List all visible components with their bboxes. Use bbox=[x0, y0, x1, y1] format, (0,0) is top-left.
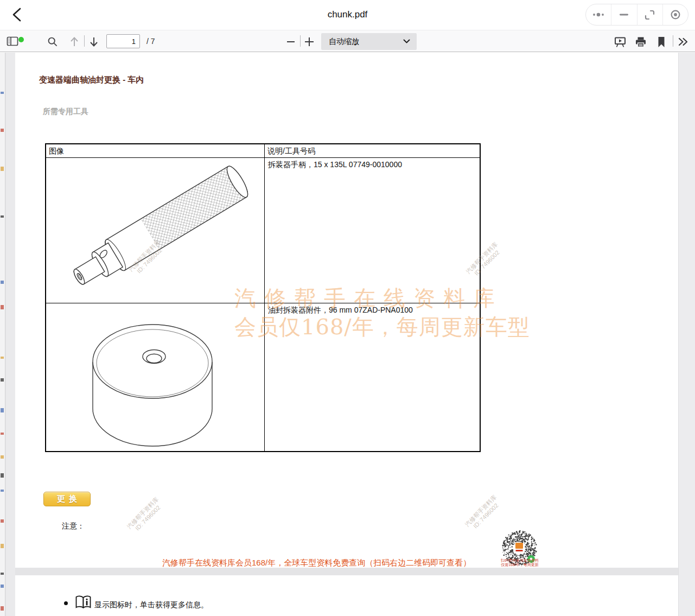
column-header-image: 图像 bbox=[46, 144, 265, 157]
viewer-content: 变速器端曲轴油封更换 - 车内 所需专用工具 图像 说明/工具号码 bbox=[0, 53, 695, 616]
toolbar-divider bbox=[300, 35, 301, 47]
more-icon bbox=[592, 12, 605, 17]
page-gutter bbox=[6, 53, 15, 616]
diagonal-watermark: 汽修帮手资料库ID: 7496002 bbox=[118, 488, 173, 543]
sidebar-toggle-icon bbox=[7, 36, 18, 47]
promo-text: 汽修帮手在线资料库会员168/年，全球车型资料免费查询（扫码右边二维码即可查看） bbox=[162, 558, 471, 568]
table-header-row: 图像 说明/工具号码 bbox=[46, 144, 480, 158]
toolbar-divider bbox=[673, 35, 673, 47]
special-tools-table: 图像 说明/工具号码 bbox=[45, 143, 481, 452]
search-button[interactable] bbox=[46, 35, 60, 48]
page-count-label: / 7 bbox=[146, 37, 155, 46]
vertical-scrollbar[interactable] bbox=[678, 53, 695, 616]
page-number-input[interactable] bbox=[106, 34, 140, 48]
tip-text: 显示图标时，单击获得更多信息。 bbox=[94, 600, 208, 610]
toolbar-divider bbox=[84, 35, 85, 47]
driver-handle-drawing bbox=[49, 160, 260, 300]
book-info-icon bbox=[75, 595, 92, 610]
arrow-down-icon bbox=[88, 36, 99, 48]
note-label: 注意： bbox=[62, 522, 85, 531]
restore-button[interactable] bbox=[637, 4, 662, 25]
search-icon bbox=[47, 36, 58, 47]
more-menu-button[interactable] bbox=[586, 4, 611, 25]
bullet-point bbox=[64, 601, 68, 605]
section-label: 所需专用工具 bbox=[43, 107, 88, 117]
tool-description: 油封拆装器附件，96 mm 07ZAD-PNA0100 bbox=[265, 303, 480, 451]
tool-image-cell bbox=[46, 303, 265, 451]
record-icon bbox=[670, 9, 681, 20]
notification-dot bbox=[18, 37, 24, 42]
bookmark-icon bbox=[657, 36, 666, 48]
pdf-page-1: 变速器端曲轴油封更换 - 车内 所需专用工具 图像 说明/工具号码 bbox=[15, 53, 678, 568]
zoom-level-select[interactable]: 自动缩放 bbox=[321, 33, 417, 50]
qr-caption: 扫码查询全球车型资料 仅需168/年，每周更新 bbox=[496, 558, 544, 567]
more-tools-button[interactable] bbox=[676, 35, 690, 48]
previous-page-button[interactable] bbox=[67, 35, 81, 48]
print-icon bbox=[635, 36, 647, 48]
tool-image-cell bbox=[46, 158, 265, 303]
replace-button[interactable]: 更换 bbox=[43, 492, 91, 506]
table-row: 拆装器手柄，15 x 135L 07749-0010000 bbox=[46, 158, 480, 303]
zoom-in-button[interactable] bbox=[302, 35, 316, 48]
zoom-in-icon bbox=[304, 37, 314, 47]
presentation-icon bbox=[614, 36, 626, 48]
print-button[interactable] bbox=[634, 35, 648, 48]
pdf-toolbar: / 7 自动缩放 bbox=[0, 30, 695, 52]
sidebar-toggle-button[interactable] bbox=[5, 35, 20, 48]
sidebar-thumbnail-strip[interactable] bbox=[0, 53, 5, 616]
window-controls bbox=[585, 4, 688, 26]
next-page-button[interactable] bbox=[87, 35, 101, 48]
zoom-out-icon bbox=[286, 37, 295, 46]
tool-description: 拆装器手柄，15 x 135L 07749-0010000 bbox=[265, 158, 480, 303]
chevron-down-icon bbox=[403, 39, 410, 44]
arrow-up-icon bbox=[69, 36, 80, 48]
zoom-out-button[interactable] bbox=[284, 35, 298, 48]
seal-driver-attachment-drawing bbox=[90, 321, 215, 449]
minimize-icon bbox=[620, 14, 628, 16]
zoom-level-value: 自动缩放 bbox=[329, 37, 403, 47]
page-title: 变速器端曲轴油封更换 - 车内 bbox=[39, 75, 144, 85]
minimize-button[interactable] bbox=[611, 4, 636, 25]
pdf-page-2: 显示图标时，单击获得更多信息。 bbox=[15, 575, 678, 616]
presentation-mode-button[interactable] bbox=[613, 35, 627, 48]
column-header-description: 说明/工具号码 bbox=[265, 144, 480, 157]
table-row: 油封拆装器附件，96 mm 07ZAD-PNA0100 bbox=[46, 303, 480, 451]
bookmark-button[interactable] bbox=[654, 35, 668, 48]
record-button[interactable] bbox=[662, 4, 688, 25]
titlebar: chunk.pdf bbox=[0, 0, 695, 30]
double-chevron-icon bbox=[678, 37, 688, 47]
restore-icon bbox=[645, 10, 655, 20]
